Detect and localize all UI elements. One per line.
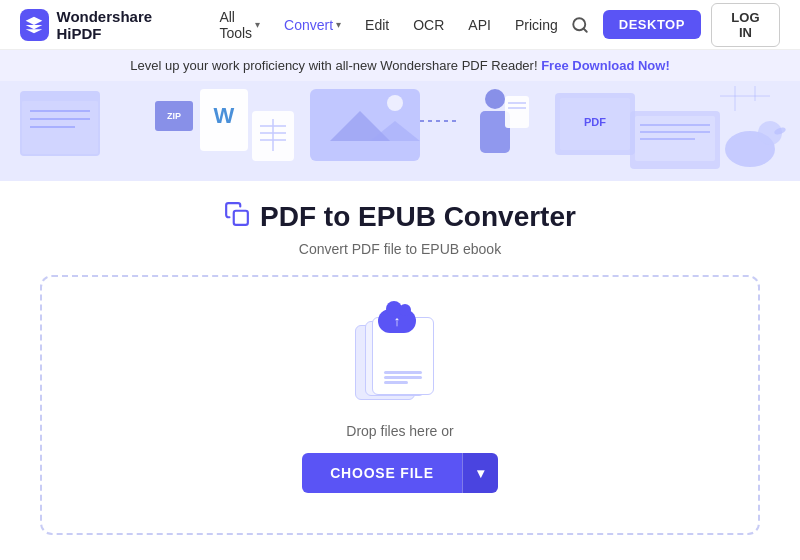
nav-right: DESKTOP LOG IN [568, 3, 780, 47]
logo-icon [20, 9, 49, 41]
nav-item-api[interactable]: API [458, 11, 501, 39]
svg-rect-41 [234, 211, 248, 225]
svg-text:PDF: PDF [584, 116, 606, 128]
logo-area[interactable]: Wondershare HiPDF [20, 8, 185, 42]
svg-rect-24 [505, 96, 529, 128]
page-title-area: PDF to EPUB Converter [40, 201, 760, 233]
nav-item-convert[interactable]: Convert ▾ [274, 11, 351, 39]
upload-cloud-icon: ↑ [378, 309, 420, 341]
nav-item-ocr[interactable]: OCR [403, 11, 454, 39]
doc-lines [384, 369, 422, 386]
chevron-down-icon: ▾ [255, 19, 260, 30]
upload-illustration: ↑ [350, 317, 450, 407]
page-title: PDF to EPUB Converter [260, 201, 576, 233]
svg-line-1 [584, 28, 587, 31]
main-content: PDF to EPUB Converter Convert PDF file t… [0, 181, 800, 555]
nav-item-alltools[interactable]: All Tools ▾ [209, 3, 270, 47]
choose-file-row: CHOOSE FILE ▾ [302, 453, 498, 493]
hero-image: ZIP W PDF [0, 81, 800, 181]
logo-text: Wondershare HiPDF [57, 8, 186, 42]
copy-icon [224, 201, 250, 233]
desktop-button[interactable]: DESKTOP [603, 10, 701, 39]
chevron-down-icon: ▾ [336, 19, 341, 30]
nav-item-edit[interactable]: Edit [355, 11, 399, 39]
promo-banner: Level up your work proficiency with all-… [0, 50, 800, 81]
drop-text: Drop files here or [346, 423, 453, 439]
svg-point-20 [387, 95, 403, 111]
banner-link[interactable]: Free Download Now! [541, 58, 670, 73]
choose-file-dropdown-button[interactable]: ▾ [462, 453, 498, 493]
choose-file-button[interactable]: CHOOSE FILE [302, 453, 462, 493]
login-button[interactable]: LOG IN [711, 3, 780, 47]
nav-item-pricing[interactable]: Pricing [505, 11, 568, 39]
navbar: Wondershare HiPDF All Tools ▾ Convert ▾ … [0, 0, 800, 50]
svg-text:ZIP: ZIP [167, 111, 181, 121]
chevron-down-icon: ▾ [477, 465, 484, 481]
svg-point-22 [485, 89, 505, 109]
search-icon[interactable] [568, 9, 593, 41]
banner-text: Level up your work proficiency with all-… [130, 58, 537, 73]
dropzone[interactable]: ↑ Drop files here or CHOOSE FILE ▾ [40, 275, 760, 535]
page-subtitle: Convert PDF file to EPUB ebook [40, 241, 760, 257]
hero-illustration: ZIP W PDF [0, 81, 800, 181]
svg-text:W: W [214, 103, 235, 128]
nav-links: All Tools ▾ Convert ▾ Edit OCR API Prici… [209, 3, 567, 47]
